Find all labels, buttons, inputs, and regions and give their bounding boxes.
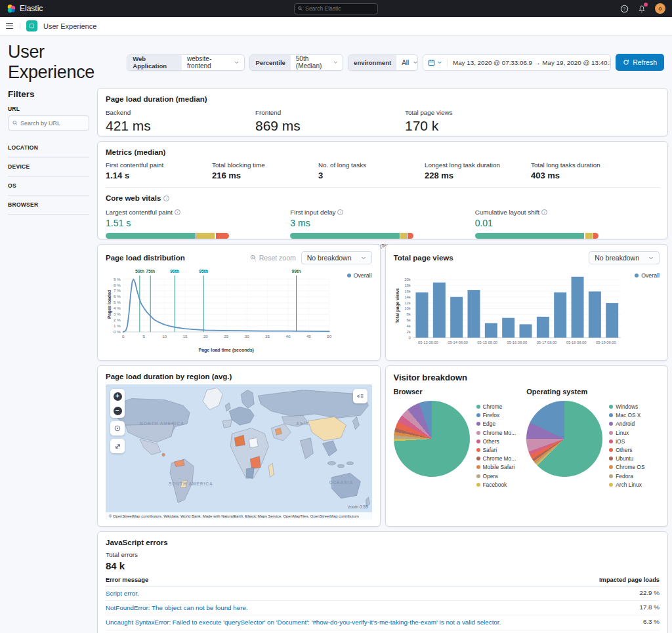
ux-app-icon[interactable] bbox=[26, 20, 37, 31]
error-message-link[interactable]: Uncaught SyntaxError: Failed to execute … bbox=[106, 618, 620, 626]
column-impacted-page-loads[interactable]: Impacted page loads bbox=[599, 577, 660, 583]
search-icon bbox=[298, 6, 303, 11]
help-icon[interactable]: ? bbox=[620, 5, 629, 13]
errors-table-header: Error message Impacted page loads bbox=[106, 577, 660, 586]
top-bar: Elastic ? o bbox=[0, 0, 672, 17]
legend-item[interactable]: Facebook bbox=[476, 481, 516, 488]
chevron-down-icon bbox=[413, 60, 418, 65]
legend-item[interactable]: Others bbox=[476, 438, 516, 445]
legend-item[interactable]: Edge bbox=[476, 420, 516, 427]
environment-select[interactable]: environment All bbox=[348, 54, 418, 71]
alerts-bell-icon[interactable] bbox=[638, 5, 646, 13]
core-web-vital: Cumulative layout shifti0.01Good (90%)Ne… bbox=[475, 209, 660, 249]
filter-section-location[interactable]: LOCATION bbox=[8, 138, 89, 157]
info-icon[interactable]: i bbox=[337, 209, 343, 215]
expand-icon bbox=[114, 443, 121, 450]
legend-item[interactable]: Android bbox=[609, 420, 644, 427]
legend-item[interactable]: Others bbox=[609, 447, 644, 453]
date-range-text[interactable]: May 13, 2020 @ 07:33:06.9 → May 19, 2020… bbox=[448, 59, 611, 66]
legend-item[interactable]: Windows bbox=[609, 403, 644, 410]
percentile-select[interactable]: Percentile 50th (Median) bbox=[249, 54, 343, 71]
chart-legend[interactable]: Overall bbox=[635, 272, 660, 279]
browser-pie-chart[interactable] bbox=[394, 401, 470, 477]
svg-text:2 %: 2 % bbox=[114, 317, 121, 322]
world-map-canvas[interactable]: NORTH AMERICA SOUTH AMERICA ASIA OCEANIA bbox=[106, 384, 372, 520]
total-errors-value: 84 k bbox=[106, 560, 660, 571]
user-experience-dashboard: Elastic ? o User Experience bbox=[0, 0, 672, 633]
service-select-value: website-frontend bbox=[187, 55, 230, 70]
date-range-picker[interactable]: May 13, 2020 @ 07:33:06.9 → May 19, 2020… bbox=[423, 54, 611, 71]
legend-item[interactable]: Linux bbox=[609, 430, 644, 436]
refresh-button[interactable]: Refresh bbox=[616, 54, 664, 71]
svg-text:05-13 08:00: 05-13 08:00 bbox=[418, 340, 438, 344]
page-load-distribution-chart[interactable]: 0 %1 %2 %3 %4 %5 %6 %7 %8 %9 %0510152025… bbox=[106, 267, 372, 356]
stat: No. of long tasks3 bbox=[318, 161, 425, 180]
visitor-breakdown-panel: Visitor breakdown Browser ChromeFirefoxE… bbox=[385, 365, 669, 527]
filter-section-browser[interactable]: BROWSER bbox=[8, 195, 89, 214]
legend-item[interactable]: Chrome Mo... bbox=[476, 455, 516, 462]
legend-item[interactable]: Mac OS X bbox=[609, 412, 644, 419]
error-table-row: NotFoundError: The object can not be fou… bbox=[106, 601, 660, 615]
service-select[interactable]: Web Application website-frontend bbox=[127, 54, 245, 71]
svg-text:5: 5 bbox=[142, 334, 145, 338]
legend-item[interactable]: Arch Linux bbox=[609, 481, 644, 488]
legend-item[interactable]: Firefox bbox=[476, 412, 516, 419]
legend-item[interactable]: Fedora bbox=[609, 473, 644, 480]
map-set-view-button[interactable] bbox=[110, 421, 125, 436]
map-legend-collapse-button[interactable] bbox=[353, 389, 368, 403]
svg-text:30: 30 bbox=[245, 334, 249, 338]
menu-hamburger-icon[interactable] bbox=[6, 23, 20, 30]
svg-text:05-16 08:00: 05-16 08:00 bbox=[507, 340, 527, 344]
legend-item[interactable]: Mobile Safari bbox=[476, 464, 516, 470]
chevron-down-icon bbox=[361, 255, 366, 260]
breakdown-select[interactable]: No breakdown bbox=[589, 251, 660, 264]
metrics-panel: Metrics (median) First contentful paint1… bbox=[97, 141, 668, 239]
breakdown-select[interactable]: No breakdown bbox=[301, 251, 372, 264]
map-zoom-in-button[interactable]: + bbox=[110, 389, 125, 403]
info-icon[interactable]: i bbox=[163, 195, 169, 201]
global-search[interactable] bbox=[294, 3, 378, 14]
url-search-input[interactable] bbox=[20, 120, 85, 127]
map-zoom-out-button[interactable]: − bbox=[110, 403, 125, 418]
svg-text:25: 25 bbox=[224, 334, 228, 338]
percentile-select-label: Percentile bbox=[250, 55, 290, 70]
crosshair-icon bbox=[114, 424, 121, 432]
core-web-vital: First input delayi3 msGood (90%)Needs im… bbox=[290, 209, 474, 249]
chart-legend[interactable]: Overall bbox=[347, 272, 372, 279]
map-expand-button[interactable] bbox=[110, 439, 125, 453]
filter-section-os[interactable]: OS bbox=[8, 176, 89, 195]
column-error-message[interactable]: Error message bbox=[106, 577, 148, 583]
info-icon[interactable]: i bbox=[541, 209, 547, 215]
legend-item[interactable]: Chrome OS bbox=[609, 464, 644, 470]
legend-item[interactable]: iOS bbox=[609, 438, 644, 445]
svg-text:45: 45 bbox=[306, 334, 311, 338]
svg-text:0: 0 bbox=[408, 336, 411, 340]
elastic-brand[interactable]: Elastic bbox=[7, 4, 138, 13]
reset-zoom-button[interactable]: Reset zoom bbox=[250, 254, 296, 262]
legend-item[interactable]: Chrome bbox=[476, 403, 516, 410]
filter-section-device[interactable]: DEVICE bbox=[8, 157, 89, 176]
total-page-views-chart[interactable]: 02k4k6k8k10k12k14k16k18k20k05-13 08:0005… bbox=[394, 267, 660, 356]
breadcrumb[interactable]: User Experience bbox=[43, 22, 96, 30]
error-message-link[interactable]: Script error. bbox=[106, 589, 620, 598]
map-label-oceania: OCEANIA bbox=[329, 480, 353, 485]
refresh-icon bbox=[623, 59, 629, 66]
user-avatar[interactable]: o bbox=[655, 3, 665, 14]
os-pie-chart[interactable] bbox=[526, 401, 602, 477]
reset-zoom-label: Reset zoom bbox=[259, 254, 296, 262]
url-search[interactable] bbox=[8, 115, 89, 131]
calendar-button[interactable] bbox=[423, 59, 448, 66]
legend-item[interactable]: Opera bbox=[476, 473, 516, 480]
legend-item[interactable]: Chrome Mo... bbox=[476, 430, 516, 436]
svg-text:20k: 20k bbox=[404, 277, 411, 281]
global-search-input[interactable] bbox=[305, 5, 374, 12]
minus-icon: − bbox=[114, 407, 122, 415]
legend-item[interactable]: Ubuntu bbox=[609, 455, 644, 462]
info-icon[interactable]: i bbox=[175, 209, 180, 215]
svg-text:15: 15 bbox=[183, 334, 188, 338]
world-map[interactable]: NORTH AMERICA SOUTH AMERICA ASIA OCEANIA… bbox=[106, 384, 372, 520]
calendar-icon bbox=[428, 59, 435, 66]
error-message-link[interactable]: NotFoundError: The object can not be fou… bbox=[106, 603, 620, 612]
stat: Total page views170 k bbox=[405, 109, 555, 134]
legend-item[interactable]: Safari bbox=[476, 447, 516, 453]
